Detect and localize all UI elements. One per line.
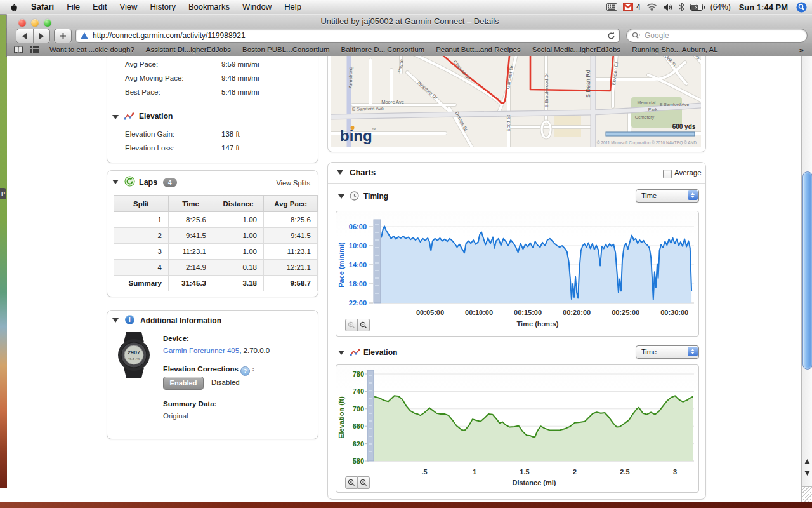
elevation-ytick: 740 — [353, 387, 364, 395]
elevation-axis-dropdown[interactable]: Time — [636, 345, 699, 359]
map-street-label: Moore Ave — [381, 99, 404, 105]
elevation-corrections-disabled-option[interactable]: Disabled — [211, 378, 240, 386]
timing-zoom-out-button[interactable] — [358, 319, 370, 331]
bookmark-item[interactable]: Boston PUBL...Consortium — [237, 46, 335, 53]
bookmark-item[interactable]: Want to eat ...okie dough? — [44, 46, 140, 53]
map-street-label: Scott St — [506, 114, 511, 131]
lap-cell: 9:41.5 — [169, 228, 213, 244]
scrollbar-thumb[interactable] — [802, 171, 812, 370]
timing-zoom-in-button[interactable] — [345, 319, 358, 331]
bookmark-item[interactable]: Baltimore D... Consortium — [335, 46, 430, 53]
timing-collapse-triangle[interactable] — [338, 194, 344, 199]
menu-item-view[interactable]: View — [114, 0, 144, 14]
menu-item-window[interactable]: Window — [236, 0, 278, 14]
help-icon[interactable]: ? — [240, 366, 250, 376]
menu-item-file[interactable]: File — [60, 0, 86, 14]
bing-logo[interactable]: bing — [340, 127, 372, 144]
menu-item-history[interactable]: History — [143, 0, 181, 14]
bookmark-item[interactable]: Assistant Di...igherEdJobs — [140, 46, 237, 53]
elevation-zoom-in-button[interactable] — [345, 476, 358, 489]
device-label: Device: — [163, 335, 189, 342]
timing-range-slider[interactable] — [374, 220, 381, 303]
site-favicon — [81, 32, 88, 39]
vertical-scrollbar[interactable] — [801, 56, 812, 502]
spotlight-icon[interactable] — [796, 2, 807, 13]
additional-info-collapse-triangle[interactable] — [112, 318, 119, 323]
window-resize-grip[interactable] — [802, 486, 812, 502]
map-street-label: E Samford Ave — [660, 102, 690, 107]
elevation-chart-title: Elevation — [363, 348, 397, 357]
laps-title: Laps — [139, 178, 157, 187]
timing-clock-icon — [350, 191, 359, 201]
laps-column-header: Time — [169, 196, 213, 212]
elevation-xtick: 2.5 — [620, 468, 629, 476]
mail-count: 4 — [636, 3, 641, 11]
bookmark-item[interactable]: Running Sho... Auburn, AL — [626, 46, 724, 53]
volume-menu-icon[interactable] — [663, 3, 673, 11]
laps-icon — [124, 176, 135, 187]
search-input[interactable]: Google — [626, 29, 808, 43]
summary-data-value: Original — [163, 412, 188, 420]
additional-info-panel: i Additional Information 2907 46.8 7% De… — [107, 310, 318, 439]
route-map[interactable]: ArmstrongPaynePinedale DrMoore AveE Samf… — [331, 56, 701, 147]
apple-menu-icon[interactable] — [0, 3, 25, 12]
scroll-down-arrow[interactable] — [802, 467, 812, 478]
bookmark-item[interactable]: Social Media...igherEdJobs — [527, 46, 626, 53]
lap-cell: 3 — [114, 244, 169, 260]
menu-item-edit[interactable]: Edit — [86, 0, 113, 14]
reload-icon[interactable] — [607, 32, 615, 40]
address-bar[interactable]: http://connect.garmin.com/activity/11998… — [75, 29, 620, 43]
svg-text:2907: 2907 — [128, 349, 140, 356]
elevation-chart-collapse-triangle[interactable] — [338, 351, 344, 355]
map-scale-label: 600 yds — [672, 123, 696, 130]
menu-item-help[interactable]: Help — [278, 0, 308, 14]
menu-item-safari[interactable]: Safari — [25, 0, 60, 14]
laps-summary-row: Summary31:45.33.189:58.7 — [114, 276, 318, 291]
svg-text:™: ™ — [372, 128, 376, 131]
lap-cell: 1.00 — [213, 228, 264, 244]
background-tab[interactable]: P — [0, 188, 6, 199]
battery-menu-icon[interactable] — [690, 4, 705, 11]
laps-count-badge: 4 — [163, 178, 177, 187]
lap-cell: 12:21.1 — [264, 260, 318, 276]
top-sites-grid-icon[interactable] — [30, 46, 39, 53]
scroll-up-arrow[interactable] — [802, 456, 812, 467]
laps-collapse-triangle[interactable] — [112, 180, 119, 184]
bookmarks-book-icon[interactable] — [13, 46, 23, 53]
gmail-notifier-icon[interactable] — [623, 3, 633, 11]
lap-cell: 8:25.6 — [264, 212, 318, 228]
avg-moving-pace-value: 9:48 min/mi — [221, 74, 259, 82]
menu-clock[interactable]: Sun 1:44 PM — [737, 3, 790, 12]
timing-axis-dropdown[interactable]: Time — [636, 189, 699, 203]
timing-ytick: 10:00 — [349, 242, 367, 250]
bookmark-item[interactable]: Peanut Butt...and Recipes — [430, 46, 527, 53]
bookmarks-overflow-chevron[interactable]: » — [799, 45, 812, 55]
new-tab-button[interactable] — [54, 29, 72, 43]
average-checkbox[interactable] — [663, 170, 672, 178]
menu-item-bookmarks[interactable]: Bookmarks — [182, 0, 236, 14]
elevation-zoom-out-button[interactable] — [358, 476, 370, 489]
lap-cell: 1 — [114, 212, 169, 228]
elevation-corrections-enabled-button[interactable]: Enabled — [163, 377, 204, 390]
view-splits-link[interactable]: View Splits — [276, 179, 310, 187]
page-content: Avg Pace: 9:59 min/mi Avg Moving Pace: 9… — [7, 56, 801, 502]
wifi-menu-icon[interactable] — [646, 3, 657, 11]
avg-moving-pace-label: Avg Moving Pace: — [125, 74, 183, 82]
elevation-xtick: 3 — [673, 468, 677, 476]
elevation-section-collapse-triangle[interactable] — [112, 115, 119, 119]
elevation-loss-value: 147 ft — [221, 144, 240, 152]
back-button[interactable] — [16, 29, 33, 43]
elevation-range-slider[interactable] — [367, 370, 374, 461]
timing-ytick: 22:00 — [349, 299, 367, 307]
device-version: , 2.70.0.0 — [239, 347, 270, 354]
forward-button[interactable] — [33, 29, 50, 43]
bluetooth-menu-icon[interactable] — [679, 3, 684, 11]
laps-column-header: Distance — [213, 196, 264, 212]
timing-xtick: 00:15:00 — [514, 309, 542, 316]
device-link[interactable]: Garmin Forerunner 405 — [163, 347, 239, 354]
timing-xtick: 00:30:00 — [660, 309, 688, 316]
keyboard-menu-icon[interactable] — [606, 3, 617, 11]
window-title-bar[interactable]: Untitled by jaj05002 at Garmin Connect –… — [6, 14, 812, 29]
elevation-ytick: 780 — [353, 370, 364, 378]
charts-collapse-triangle[interactable] — [337, 170, 343, 175]
